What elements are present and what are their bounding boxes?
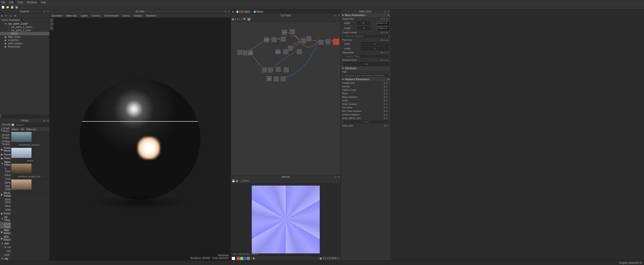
- graph-node[interactable]: [280, 76, 286, 82]
- graph-icon[interactable]: ◈: [232, 10, 234, 13]
- graph-node[interactable]: [283, 67, 289, 73]
- reset-icon[interactable]: ●: [386, 51, 389, 54]
- close-icon[interactable]: ×: [388, 10, 389, 13]
- pixel-width-input[interactable]: [361, 42, 389, 46]
- lib-tree-item[interactable]: ▶MDL Resources: [0, 235, 11, 242]
- viewport-menu-renderer[interactable]: Renderer: [146, 14, 157, 17]
- lib-tree-item[interactable]: ▼nvidia: [0, 245, 11, 249]
- refresh-icon[interactable]: ↻: [4, 14, 8, 18]
- graph-node[interactable]: [275, 66, 281, 72]
- library-search-input[interactable]: [15, 123, 49, 127]
- open-icon[interactable]: 📁: [6, 5, 9, 9]
- menu-icon[interactable]: ▾: [386, 85, 389, 88]
- viewport-menu-display[interactable]: Display: [134, 14, 142, 17]
- link-icon[interactable]: ⇵: [383, 96, 386, 98]
- menu-icon[interactable]: ▾: [386, 82, 389, 84]
- tree-item[interactable]: ▶scratches: [0, 38, 49, 42]
- lib-tree-item[interactable]: ▶Functions: [0, 212, 11, 215]
- expand-icon[interactable]: ▼: [1, 242, 4, 245]
- expand-icon[interactable]: ▶: [5, 45, 7, 48]
- tree-item[interactable]: ▶Resources: [0, 45, 49, 48]
- chevron-right-icon[interactable]: ▶: [1, 231, 3, 233]
- link-icon[interactable]: ⇵: [383, 89, 386, 91]
- lib-tree-item[interactable]: ▶Function Nodes: [0, 146, 11, 153]
- graph-node[interactable]: [283, 49, 289, 55]
- close-icon[interactable]: ×: [338, 175, 340, 178]
- menu-windows[interactable]: Windows: [27, 1, 37, 4]
- view-tool-icon[interactable]: [50, 22, 53, 26]
- graph-node[interactable]: [262, 67, 268, 73]
- menu-icon[interactable]: ▾: [386, 110, 389, 112]
- link-icon[interactable]: ⇵: [381, 51, 383, 54]
- reset-icon[interactable]: ●: [386, 18, 389, 20]
- menu-icon[interactable]: ▾: [383, 39, 386, 41]
- lib-tree-item[interactable]: ▼Material Filters: [0, 160, 11, 167]
- menu-icon[interactable]: ▾: [386, 106, 389, 109]
- graph-node[interactable]: [289, 29, 295, 35]
- lib-tree-item[interactable]: Environment Maps: [0, 222, 11, 229]
- view-tool-icon[interactable]: [50, 18, 53, 22]
- settings-icon[interactable]: ⚙: [13, 14, 17, 18]
- thumbnail-item[interactable]: abandoned_sanatori...: [11, 132, 49, 147]
- graph-node[interactable]: Exp: [247, 50, 254, 56]
- reset-icon[interactable]: ●: [386, 59, 389, 61]
- menu-icon[interactable]: ▾: [386, 113, 389, 116]
- link-icon[interactable]: ⇵: [383, 117, 386, 119]
- info-icon[interactable]: i: [252, 257, 252, 260]
- graph-node[interactable]: 50: [266, 76, 272, 82]
- lib-tree-item[interactable]: Atomic Nodes: [0, 133, 11, 140]
- viewport-menu-camera[interactable]: Camera: [91, 14, 100, 17]
- link-icon[interactable]: ⇵: [381, 18, 383, 20]
- add-icon[interactable]: +: [388, 14, 389, 17]
- menu-tools[interactable]: Tools: [17, 1, 23, 4]
- swatch-red[interactable]: [237, 257, 240, 260]
- col-name[interactable]: Name: [11, 127, 20, 131]
- dock-icon[interactable]: ▭: [334, 175, 336, 178]
- menu-icon[interactable]: ▾: [386, 89, 389, 91]
- menu-icon[interactable]: ▾: [383, 51, 386, 54]
- swatch-green[interactable]: [240, 257, 243, 260]
- tab-flakes[interactable]: flakes: [252, 10, 265, 13]
- add-icon[interactable]: +: [388, 78, 389, 81]
- graph-node[interactable]: [280, 36, 286, 42]
- explorer-tree[interactable]: ▼car_paint_2.sbs*○car_paint_3_colors○car…: [0, 22, 49, 114]
- thumbnail-item[interactable]: [11, 180, 49, 192]
- zoom-label[interactable]: 1:1: [235, 18, 238, 21]
- chevron-right-icon[interactable]: ▶: [1, 157, 3, 160]
- link-icon[interactable]: ⇵: [383, 103, 386, 105]
- thumbnail-item[interactable]: bonifacio_aragon_sta...: [11, 164, 49, 179]
- graph-canvas[interactable]: 1.5+0.05+0.25Exp50: [231, 22, 340, 175]
- height-mode-button[interactable]: Input x 1: [377, 26, 389, 30]
- reset-icon[interactable]: ●: [386, 31, 389, 34]
- lib-tree-item[interactable]: Blending: [0, 181, 11, 185]
- view-tool-icon[interactable]: [50, 26, 53, 30]
- section-attributes[interactable]: ▼ Attributes: [341, 66, 390, 70]
- chevron-right-icon[interactable]: ▶: [1, 212, 3, 215]
- lib-tree-item[interactable]: ▶Filters: [0, 156, 11, 160]
- search-icon[interactable]: 🔍: [243, 18, 246, 21]
- expand-icon[interactable]: ▼: [4, 246, 7, 249]
- width-mode-button[interactable]: Input x 1: [377, 21, 389, 25]
- lib-tree-item[interactable]: Mask Generators: [0, 198, 11, 204]
- link-icon[interactable]: ⇵: [383, 85, 386, 88]
- home-icon[interactable]: 🏠: [11, 123, 14, 127]
- viewport-menu-lights[interactable]: Lights: [81, 14, 87, 17]
- frame-icon[interactable]: ▣: [232, 18, 234, 21]
- viewport-menu-environment[interactable]: Environment: [104, 14, 119, 17]
- bool-value[interactable]: True: [344, 120, 389, 123]
- width-input[interactable]: [357, 21, 370, 25]
- dock-icon[interactable]: ▭: [43, 10, 45, 13]
- expand-icon[interactable]: ▶: [5, 39, 7, 41]
- crop-icon[interactable]: ✂: [337, 257, 339, 260]
- lib-tree-item[interactable]: Utilities: [0, 208, 11, 212]
- zoom-ratio[interactable]: 1:1: [323, 257, 326, 260]
- graph-node[interactable]: [271, 37, 277, 43]
- viewport-menu-materials[interactable]: Materials: [66, 14, 77, 17]
- graph-node[interactable]: [318, 39, 324, 45]
- dock-icon[interactable]: ▭: [43, 119, 45, 122]
- graph-node[interactable]: +0.05: [264, 37, 270, 43]
- viewport-3d[interactable]: Photoreal Iterations: 52/500 Time: 0m2s/…: [49, 18, 231, 260]
- preview-canvas[interactable]: 256 x 256 (RGBA, 16bpc): [231, 183, 340, 256]
- expand-icon[interactable]: ▶: [5, 42, 7, 45]
- menu-icon[interactable]: ▾: [386, 96, 389, 98]
